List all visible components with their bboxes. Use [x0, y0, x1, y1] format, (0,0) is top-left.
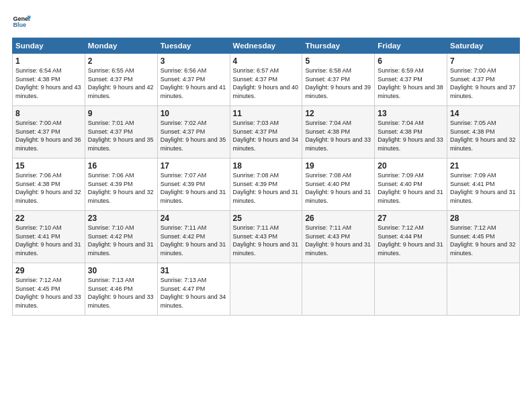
calendar-page: General Blue SundayMondayTuesdayWednesda…	[0, 0, 532, 411]
cell-info: Sunrise: 7:05 AMSunset: 4:38 PMDaylight:…	[450, 119, 517, 152]
calendar-cell: 12Sunrise: 7:04 AMSunset: 4:38 PMDayligh…	[302, 106, 375, 158]
calendar-body: 1Sunrise: 6:54 AMSunset: 4:38 PMDaylight…	[13, 54, 520, 316]
calendar-cell: 19Sunrise: 7:08 AMSunset: 4:40 PMDayligh…	[302, 158, 375, 211]
cell-info: Sunrise: 7:06 AMSunset: 4:39 PMDaylight:…	[88, 171, 154, 205]
day-number: 30	[88, 266, 154, 275]
day-number: 6	[378, 56, 444, 66]
cell-info: Sunrise: 7:04 AMSunset: 4:38 PMDaylight:…	[305, 119, 371, 152]
day-number: 4	[233, 56, 300, 66]
calendar-cell: 26Sunrise: 7:11 AMSunset: 4:43 PMDayligh…	[302, 211, 375, 263]
header-friday: Friday	[375, 38, 447, 54]
cell-info: Sunrise: 7:04 AMSunset: 4:38 PMDaylight:…	[378, 119, 444, 152]
calendar-cell: 18Sunrise: 7:08 AMSunset: 4:39 PMDayligh…	[230, 158, 302, 211]
calendar-cell: 29Sunrise: 7:12 AMSunset: 4:45 PMDayligh…	[13, 263, 85, 316]
header-tuesday: Tuesday	[157, 38, 230, 54]
header-wednesday: Wednesday	[230, 38, 302, 54]
cell-info: Sunrise: 7:10 AMSunset: 4:41 PMDaylight:…	[15, 224, 82, 257]
cell-info: Sunrise: 7:12 AMSunset: 4:45 PMDaylight:…	[15, 276, 82, 310]
calendar-cell: 14Sunrise: 7:05 AMSunset: 4:38 PMDayligh…	[447, 106, 520, 158]
day-number: 25	[233, 214, 300, 223]
calendar-table: SundayMondayTuesdayWednesdayThursdayFrid…	[12, 38, 520, 316]
cell-info: Sunrise: 6:58 AMSunset: 4:37 PMDaylight:…	[305, 66, 371, 100]
cell-info: Sunrise: 6:57 AMSunset: 4:37 PMDaylight:…	[233, 66, 300, 100]
cell-info: Sunrise: 7:01 AMSunset: 4:37 PMDaylight:…	[88, 119, 154, 152]
calendar-row-4: 22Sunrise: 7:10 AMSunset: 4:41 PMDayligh…	[13, 211, 520, 263]
calendar-cell: 24Sunrise: 7:11 AMSunset: 4:42 PMDayligh…	[157, 211, 230, 263]
calendar-row-3: 15Sunrise: 7:06 AMSunset: 4:38 PMDayligh…	[13, 158, 520, 211]
calendar-cell: 16Sunrise: 7:06 AMSunset: 4:39 PMDayligh…	[85, 158, 157, 211]
calendar-cell: 22Sunrise: 7:10 AMSunset: 4:41 PMDayligh…	[13, 211, 85, 263]
calendar-cell: 2Sunrise: 6:55 AMSunset: 4:37 PMDaylight…	[85, 54, 157, 106]
header-thursday: Thursday	[302, 38, 375, 54]
calendar-cell: 25Sunrise: 7:11 AMSunset: 4:43 PMDayligh…	[230, 211, 302, 263]
calendar-row-2: 8Sunrise: 7:00 AMSunset: 4:37 PMDaylight…	[13, 106, 520, 158]
cell-info: Sunrise: 7:12 AMSunset: 4:44 PMDaylight:…	[378, 224, 444, 257]
day-number: 13	[378, 109, 444, 118]
logo-icon: General Blue	[12, 12, 31, 31]
calendar-cell: 28Sunrise: 7:12 AMSunset: 4:45 PMDayligh…	[447, 211, 520, 263]
page-header: General Blue	[12, 12, 520, 31]
cell-info: Sunrise: 6:56 AMSunset: 4:37 PMDaylight:…	[161, 66, 227, 100]
cell-info: Sunrise: 7:07 AMSunset: 4:39 PMDaylight:…	[161, 171, 227, 205]
cell-info: Sunrise: 6:54 AMSunset: 4:38 PMDaylight:…	[15, 66, 82, 100]
day-number: 28	[450, 214, 517, 223]
calendar-cell	[375, 263, 447, 316]
calendar-cell: 15Sunrise: 7:06 AMSunset: 4:38 PMDayligh…	[13, 158, 85, 211]
day-number: 1	[15, 56, 82, 66]
day-number: 27	[378, 214, 444, 223]
day-number: 5	[305, 56, 371, 66]
day-number: 31	[161, 266, 227, 275]
cell-info: Sunrise: 7:08 AMSunset: 4:39 PMDaylight:…	[233, 171, 300, 205]
logo: General Blue	[12, 12, 31, 31]
cell-info: Sunrise: 6:59 AMSunset: 4:37 PMDaylight:…	[378, 66, 444, 100]
calendar-cell	[302, 263, 375, 316]
day-number: 26	[305, 214, 371, 223]
calendar-row-5: 29Sunrise: 7:12 AMSunset: 4:45 PMDayligh…	[13, 263, 520, 316]
calendar-cell: 27Sunrise: 7:12 AMSunset: 4:44 PMDayligh…	[375, 211, 447, 263]
cell-info: Sunrise: 7:00 AMSunset: 4:37 PMDaylight:…	[450, 66, 517, 100]
day-number: 18	[233, 161, 300, 171]
day-number: 8	[15, 109, 82, 118]
calendar-cell: 23Sunrise: 7:10 AMSunset: 4:42 PMDayligh…	[85, 211, 157, 263]
calendar-cell: 5Sunrise: 6:58 AMSunset: 4:37 PMDaylight…	[302, 54, 375, 106]
cell-info: Sunrise: 7:09 AMSunset: 4:41 PMDaylight:…	[450, 171, 517, 205]
day-number: 15	[15, 161, 82, 171]
calendar-cell	[447, 263, 520, 316]
cell-info: Sunrise: 7:03 AMSunset: 4:37 PMDaylight:…	[233, 119, 300, 152]
cell-info: Sunrise: 7:12 AMSunset: 4:45 PMDaylight:…	[450, 224, 517, 257]
day-number: 16	[88, 161, 154, 171]
cell-info: Sunrise: 7:13 AMSunset: 4:47 PMDaylight:…	[161, 276, 227, 310]
day-number: 12	[305, 109, 371, 118]
day-number: 11	[233, 109, 300, 118]
day-number: 23	[88, 214, 154, 223]
cell-info: Sunrise: 7:13 AMSunset: 4:46 PMDaylight:…	[88, 276, 154, 310]
calendar-cell: 8Sunrise: 7:00 AMSunset: 4:37 PMDaylight…	[13, 106, 85, 158]
day-number: 24	[161, 214, 227, 223]
day-number: 3	[161, 56, 227, 66]
cell-info: Sunrise: 7:10 AMSunset: 4:42 PMDaylight:…	[88, 224, 154, 257]
cell-info: Sunrise: 7:06 AMSunset: 4:38 PMDaylight:…	[15, 171, 82, 205]
calendar-cell: 21Sunrise: 7:09 AMSunset: 4:41 PMDayligh…	[447, 158, 520, 211]
cell-info: Sunrise: 7:08 AMSunset: 4:40 PMDaylight:…	[305, 171, 371, 205]
day-number: 21	[450, 161, 517, 171]
cell-info: Sunrise: 7:00 AMSunset: 4:37 PMDaylight:…	[15, 119, 82, 152]
day-number: 19	[305, 161, 371, 171]
calendar-cell: 30Sunrise: 7:13 AMSunset: 4:46 PMDayligh…	[85, 263, 157, 316]
calendar-header-row: SundayMondayTuesdayWednesdayThursdayFrid…	[13, 38, 520, 54]
calendar-cell: 9Sunrise: 7:01 AMSunset: 4:37 PMDaylight…	[85, 106, 157, 158]
cell-info: Sunrise: 7:11 AMSunset: 4:43 PMDaylight:…	[233, 224, 300, 257]
calendar-cell: 7Sunrise: 7:00 AMSunset: 4:37 PMDaylight…	[447, 54, 520, 106]
cell-info: Sunrise: 7:09 AMSunset: 4:40 PMDaylight:…	[378, 171, 444, 205]
cell-info: Sunrise: 6:55 AMSunset: 4:37 PMDaylight:…	[88, 66, 154, 100]
cell-info: Sunrise: 7:02 AMSunset: 4:37 PMDaylight:…	[161, 119, 227, 152]
day-number: 14	[450, 109, 517, 118]
calendar-cell: 11Sunrise: 7:03 AMSunset: 4:37 PMDayligh…	[230, 106, 302, 158]
cell-info: Sunrise: 7:11 AMSunset: 4:42 PMDaylight:…	[161, 224, 227, 257]
calendar-row-1: 1Sunrise: 6:54 AMSunset: 4:38 PMDaylight…	[13, 54, 520, 106]
header-sunday: Sunday	[13, 38, 85, 54]
day-number: 10	[161, 109, 227, 118]
calendar-cell: 1Sunrise: 6:54 AMSunset: 4:38 PMDaylight…	[13, 54, 85, 106]
calendar-cell: 10Sunrise: 7:02 AMSunset: 4:37 PMDayligh…	[157, 106, 230, 158]
cell-info: Sunrise: 7:11 AMSunset: 4:43 PMDaylight:…	[305, 224, 371, 257]
calendar-cell: 17Sunrise: 7:07 AMSunset: 4:39 PMDayligh…	[157, 158, 230, 211]
